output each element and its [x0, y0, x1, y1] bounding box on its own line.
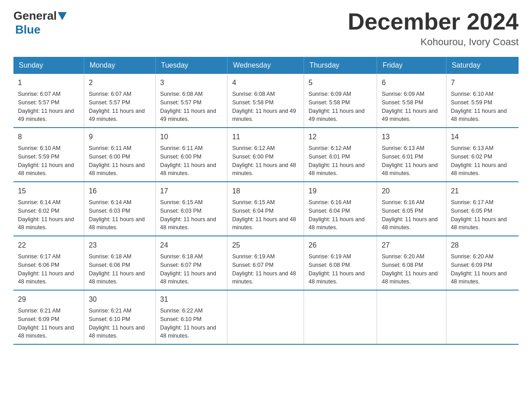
sunrise-text: Sunrise: 6:13 AM [451, 144, 514, 153]
calendar-cell: 5Sunrise: 6:09 AMSunset: 5:58 PMDaylight… [304, 74, 377, 128]
sunrise-text: Sunrise: 6:07 AM [89, 90, 150, 98]
sunset-text: Sunset: 6:00 PM [89, 153, 150, 161]
daylight-text: Daylight: 11 hours and 49 minutes. [18, 107, 79, 124]
sunrise-text: Sunrise: 6:18 AM [160, 253, 223, 261]
daylight-text: Daylight: 11 hours and 48 minutes. [382, 161, 441, 178]
day-number: 14 [451, 132, 514, 142]
calendar-cell: 27Sunrise: 6:20 AMSunset: 6:08 PMDayligh… [377, 236, 446, 290]
calendar-cell: 18Sunrise: 6:15 AMSunset: 6:04 PMDayligh… [227, 182, 304, 236]
day-number: 28 [451, 240, 514, 251]
calendar-cell: 29Sunrise: 6:21 AMSunset: 6:09 PMDayligh… [13, 290, 84, 344]
day-number: 19 [309, 186, 372, 197]
weekday-header-friday: Friday [377, 57, 446, 74]
sunset-text: Sunset: 5:58 PM [232, 98, 299, 107]
day-number: 13 [382, 132, 441, 142]
calendar-cell: 25Sunrise: 6:19 AMSunset: 6:07 PMDayligh… [227, 236, 304, 290]
day-number: 25 [232, 240, 299, 251]
sunrise-text: Sunrise: 6:13 AM [382, 144, 441, 153]
sunrise-text: Sunrise: 6:14 AM [18, 198, 79, 207]
day-number: 15 [18, 186, 79, 197]
sunset-text: Sunset: 6:01 PM [309, 153, 372, 161]
sunrise-text: Sunrise: 6:09 AM [382, 90, 441, 98]
daylight-text: Daylight: 11 hours and 48 minutes. [160, 324, 223, 341]
day-number: 22 [18, 240, 79, 251]
sunrise-text: Sunrise: 6:08 AM [232, 90, 299, 98]
weekday-header-sunday: Sunday [13, 57, 84, 74]
logo-general-text: General [13, 9, 57, 23]
sunrise-text: Sunrise: 6:16 AM [309, 198, 372, 207]
sunrise-text: Sunrise: 6:20 AM [451, 253, 514, 261]
daylight-text: Daylight: 11 hours and 49 minutes. [309, 107, 372, 124]
sunrise-text: Sunrise: 6:16 AM [382, 198, 441, 207]
calendar-cell: 13Sunrise: 6:13 AMSunset: 6:01 PMDayligh… [377, 128, 446, 182]
calendar-cell: 12Sunrise: 6:12 AMSunset: 6:01 PMDayligh… [304, 128, 377, 182]
day-number: 16 [89, 186, 150, 197]
calendar-cell: 20Sunrise: 6:16 AMSunset: 6:05 PMDayligh… [377, 182, 446, 236]
sunset-text: Sunset: 6:05 PM [451, 207, 514, 215]
day-number: 11 [232, 132, 299, 142]
daylight-text: Daylight: 11 hours and 48 minutes. [232, 161, 299, 178]
calendar-cell: 11Sunrise: 6:12 AMSunset: 6:00 PMDayligh… [227, 128, 304, 182]
location-subtitle: Kohourou, Ivory Coast [348, 36, 519, 48]
daylight-text: Daylight: 11 hours and 49 minutes. [382, 107, 441, 124]
month-title: December 2024 [348, 9, 519, 34]
sunset-text: Sunset: 6:06 PM [18, 261, 79, 270]
daylight-text: Daylight: 11 hours and 49 minutes. [232, 107, 299, 124]
logo-blue-text: Blue [15, 23, 40, 36]
sunset-text: Sunset: 6:00 PM [160, 153, 223, 161]
calendar-cell: 6Sunrise: 6:09 AMSunset: 5:58 PMDaylight… [377, 74, 446, 128]
calendar-cell: 15Sunrise: 6:14 AMSunset: 6:02 PMDayligh… [13, 182, 84, 236]
daylight-text: Daylight: 11 hours and 48 minutes. [89, 215, 150, 232]
calendar-cell: 9Sunrise: 6:11 AMSunset: 6:00 PMDaylight… [84, 128, 155, 182]
daylight-text: Daylight: 11 hours and 48 minutes. [160, 215, 223, 232]
sunrise-text: Sunrise: 6:11 AM [89, 144, 150, 153]
sunrise-text: Sunrise: 6:20 AM [382, 253, 441, 261]
sunset-text: Sunset: 6:05 PM [382, 207, 441, 215]
calendar-cell: 21Sunrise: 6:17 AMSunset: 6:05 PMDayligh… [446, 182, 519, 236]
sunset-text: Sunset: 5:57 PM [18, 98, 79, 107]
daylight-text: Daylight: 11 hours and 48 minutes. [451, 215, 514, 232]
day-number: 18 [232, 186, 299, 197]
day-number: 24 [160, 240, 223, 251]
calendar-cell: 10Sunrise: 6:11 AMSunset: 6:00 PMDayligh… [155, 128, 227, 182]
day-number: 10 [160, 132, 223, 142]
sunset-text: Sunset: 6:03 PM [89, 207, 150, 215]
daylight-text: Daylight: 11 hours and 48 minutes. [18, 324, 79, 341]
sunset-text: Sunset: 6:08 PM [382, 261, 441, 270]
day-number: 12 [309, 132, 372, 142]
daylight-text: Daylight: 11 hours and 48 minutes. [18, 215, 79, 232]
day-number: 6 [382, 77, 441, 88]
sunset-text: Sunset: 6:02 PM [451, 153, 514, 161]
day-number: 17 [160, 186, 223, 197]
calendar-table: SundayMondayTuesdayWednesdayThursdayFrid… [13, 57, 519, 345]
daylight-text: Daylight: 11 hours and 48 minutes. [18, 161, 79, 178]
sunrise-text: Sunrise: 6:12 AM [309, 144, 372, 153]
sunrise-text: Sunrise: 6:10 AM [18, 144, 79, 153]
day-number: 5 [309, 77, 372, 88]
daylight-text: Daylight: 11 hours and 48 minutes. [309, 270, 372, 287]
sunset-text: Sunset: 6:04 PM [232, 207, 299, 215]
calendar-week-5: 29Sunrise: 6:21 AMSunset: 6:09 PMDayligh… [13, 290, 519, 344]
logo-triangle-icon [58, 12, 67, 20]
day-number: 27 [382, 240, 441, 251]
day-number: 20 [382, 186, 441, 197]
sunrise-text: Sunrise: 6:15 AM [160, 198, 223, 207]
daylight-text: Daylight: 11 hours and 48 minutes. [382, 215, 441, 232]
sunrise-text: Sunrise: 6:12 AM [232, 144, 299, 153]
calendar-cell: 1Sunrise: 6:07 AMSunset: 5:57 PMDaylight… [13, 74, 84, 128]
day-number: 8 [18, 132, 79, 142]
weekday-header-thursday: Thursday [304, 57, 377, 74]
page-header: General Blue December 2024 Kohourou, Ivo… [13, 9, 519, 48]
day-number: 9 [89, 132, 150, 142]
sunset-text: Sunset: 6:00 PM [232, 153, 299, 161]
daylight-text: Daylight: 11 hours and 48 minutes. [451, 107, 514, 124]
sunset-text: Sunset: 5:57 PM [89, 98, 150, 107]
sunrise-text: Sunrise: 6:17 AM [451, 198, 514, 207]
sunrise-text: Sunrise: 6:17 AM [18, 253, 79, 261]
day-number: 31 [160, 294, 223, 305]
sunrise-text: Sunrise: 6:14 AM [89, 198, 150, 207]
sunrise-text: Sunrise: 6:22 AM [160, 307, 223, 315]
day-number: 23 [89, 240, 150, 251]
sunset-text: Sunset: 6:10 PM [160, 315, 223, 324]
daylight-text: Daylight: 11 hours and 48 minutes. [160, 161, 223, 178]
